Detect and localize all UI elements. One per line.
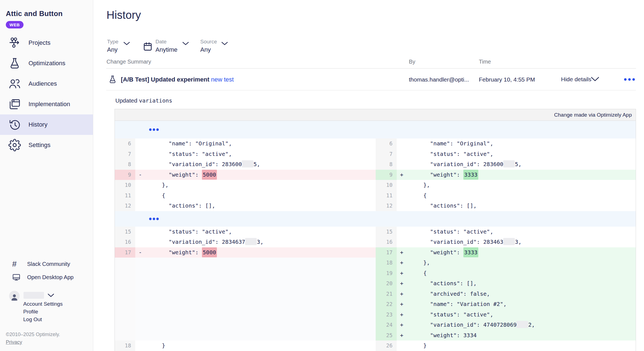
diff-line-number: 15 [376, 227, 397, 237]
diff-code-line: "actions": [], [135, 201, 376, 211]
diff-code-line: { [135, 190, 376, 201]
sidebar: Attic and Button WEB Projects Optimizati… [0, 0, 93, 351]
privacy-link[interactable]: Privacy [6, 339, 22, 345]
diff-line-number [115, 268, 135, 279]
side-link-label: Slack Community [27, 261, 70, 267]
sidebar-item-audiences[interactable]: Audiences [0, 74, 93, 94]
diff-filler [135, 310, 376, 320]
diff-line-number: 8 [115, 159, 135, 170]
filter-date-label: Date [155, 39, 177, 45]
sidebar-item-projects[interactable]: Projects [0, 33, 93, 53]
filter-date-value: Anytime [155, 46, 177, 53]
diff-line-number: 11 [115, 190, 135, 201]
redacted-value [503, 238, 515, 245]
diff-code-line: + "name": "Variation #2", [397, 299, 636, 310]
filter-source-label: Source [200, 39, 217, 45]
diff-changed-token: 3333 [463, 170, 478, 180]
filter-type[interactable]: Type Any [107, 39, 118, 53]
diff-line-number: 26 [376, 340, 397, 351]
diff-code-line: "variation_id": 2834633, [397, 237, 636, 247]
change-detail-prefix: Updated [115, 97, 137, 104]
open-desktop-app-link[interactable]: Open Desktop App [0, 271, 93, 283]
diff-line-number: 12 [115, 201, 135, 211]
diff-line-number [115, 310, 135, 320]
diff-line-number [115, 330, 135, 341]
monitor-icon [12, 273, 22, 281]
diff-line-number: 9 [115, 170, 135, 180]
diff-filler [135, 278, 376, 289]
diff-expander-row[interactable] [115, 121, 636, 138]
diff-code-line: + "weight": 3333 [397, 247, 636, 258]
row-divider [106, 90, 636, 90]
filter-source-chevron-icon[interactable] [221, 41, 228, 46]
experiment-link[interactable]: new test [211, 76, 234, 83]
hide-details-chevron-icon[interactable] [591, 77, 599, 83]
diff-line-number [115, 289, 135, 299]
diff-line-number: 18 [376, 258, 397, 268]
diff-code-line: + "actions": [], [397, 278, 636, 289]
ab-test-flask-icon [108, 74, 117, 86]
account-chevron-down-icon[interactable] [48, 294, 54, 298]
diff-changed-token: 5000 [202, 170, 217, 180]
diff-code-line: + "status": "active", [397, 310, 636, 320]
workspace-type-badge: WEB [6, 21, 24, 28]
history-clock-icon [8, 118, 24, 131]
profile-link[interactable]: Profile [23, 309, 38, 315]
diff-code-line: } [397, 340, 636, 351]
account-settings-link[interactable]: Account Settings [23, 301, 63, 307]
diff-line-number [115, 320, 135, 330]
change-summary-text: [A/B Test] Updated experiment new test [121, 76, 234, 83]
filter-date[interactable]: Date Anytime [155, 39, 177, 53]
diff-expander-row[interactable] [115, 211, 636, 227]
diff-line-number: 10 [115, 180, 135, 190]
user-avatar[interactable] [9, 291, 20, 301]
diff-code-line: "name": "Original", [397, 138, 636, 149]
diff-filler [135, 268, 376, 279]
diff-code-line: "variation_id": 2836005, [397, 159, 636, 170]
sidebar-item-history[interactable]: History [0, 114, 93, 135]
table-header-divider [106, 68, 636, 69]
diff-code-line: { [397, 190, 636, 201]
filter-source[interactable]: Source Any [200, 39, 217, 53]
sidebar-item-label: Settings [28, 142, 51, 149]
sidebar-item-label: History [28, 121, 47, 128]
sidebar-item-settings[interactable]: Settings [0, 135, 93, 155]
diff-line-number: 7 [376, 149, 397, 159]
slack-community-link[interactable]: # Slack Community [0, 258, 93, 270]
diff-line-number: 9 [376, 170, 397, 180]
filter-type-chevron-icon[interactable] [123, 41, 130, 46]
diff-code-line: - "weight": 5000 [135, 170, 376, 180]
diff-code-line: "status": "active", [135, 149, 376, 159]
filter-date-chevron-icon[interactable] [182, 41, 189, 46]
sidebar-item-label: Audiences [28, 80, 57, 87]
hide-details-button[interactable]: Hide details [561, 76, 591, 83]
flask-icon [8, 57, 24, 70]
diff-code-line: + "variation_id": 47407280692, [397, 320, 636, 330]
diff-changed-token: 5000 [202, 247, 217, 257]
diff-code-line: "variation_id": 28346373, [135, 237, 376, 247]
row-kebab-menu-icon[interactable] [624, 78, 635, 81]
change-detail-title: Updated variations [115, 97, 172, 104]
log-out-link[interactable]: Log Out [23, 316, 42, 323]
sidebar-item-implementation[interactable]: Implementation [0, 94, 93, 114]
diff-code-line: + { [397, 268, 636, 279]
hash-icon: # [12, 260, 22, 268]
diff-line-number: 7 [115, 149, 135, 159]
diff-line-number: 22 [376, 299, 397, 310]
diff-grid: 6 "name": "Original",6 "name": "Original… [115, 121, 636, 351]
diff-line-number: 25 [376, 330, 397, 341]
diff-code-line: - "weight": 5000 [135, 247, 376, 258]
diff-line-number: 15 [115, 227, 135, 237]
sidebar-nav: Projects Optimizations Audiences Impleme… [0, 33, 93, 155]
diff-line-number: 8 [376, 159, 397, 170]
diff-line-number: 6 [115, 138, 135, 149]
diff-line-number: 20 [376, 278, 397, 289]
diff-line-number: 19 [376, 268, 397, 279]
column-header-time: Time [479, 59, 491, 65]
page-title: History [107, 9, 141, 21]
redacted-value [242, 160, 253, 167]
diff-code-line: "actions": [], [397, 201, 636, 211]
diff-code-line: "status": "active", [397, 227, 636, 237]
diff-line-number [115, 258, 135, 268]
sidebar-item-optimizations[interactable]: Optimizations [0, 53, 93, 74]
